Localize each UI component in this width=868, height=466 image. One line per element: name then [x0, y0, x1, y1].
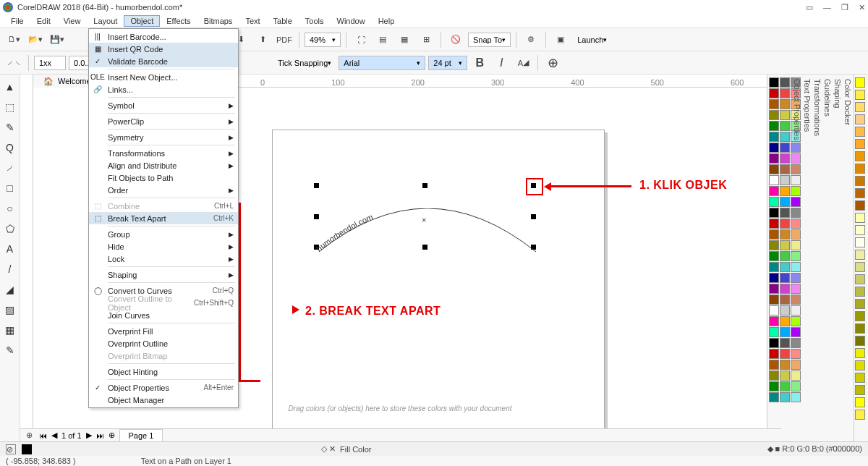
color-swatch[interactable] [769, 110, 779, 120]
page-add-after[interactable]: ⊕ [109, 431, 115, 440]
fullscreen-button[interactable]: ⛶ [352, 30, 370, 49]
color-swatch[interactable] [780, 370, 790, 381]
color-swatch[interactable] [769, 99, 779, 109]
menu-item-insert-new-object-[interactable]: OLEInsert New Object... [89, 71, 238, 83]
color-swatch[interactable] [769, 121, 779, 131]
snap-off-button[interactable]: 🚫 [446, 30, 465, 49]
color-swatch[interactable] [855, 188, 865, 198]
menu-item-symbol[interactable]: Symbol▶ [89, 99, 238, 111]
color-swatch[interactable] [769, 132, 779, 142]
tool-9[interactable]: / [2, 261, 18, 277]
menu-item-insert-barcode-[interactable]: |||Insert Barcode... [89, 30, 238, 43]
color-swatch[interactable] [855, 311, 865, 321]
tool-7[interactable]: ⬠ [2, 221, 18, 237]
italic-button[interactable]: I [492, 54, 511, 72]
menu-item-object-hinting[interactable]: Object Hinting [89, 365, 238, 378]
maximize-button[interactable]: ❐ [841, 3, 848, 12]
pdf-button[interactable]: PDF [275, 30, 294, 49]
color-swatch[interactable] [769, 88, 779, 98]
tool-3[interactable]: Q [2, 140, 18, 156]
options-button[interactable]: ⚙ [522, 30, 540, 49]
menu-item-lock[interactable]: Lock▶ [89, 253, 238, 265]
color-swatch[interactable] [780, 392, 790, 402]
add-button[interactable]: ⊕ [543, 54, 562, 72]
color-swatch[interactable] [780, 305, 790, 315]
color-swatch[interactable] [780, 208, 790, 218]
export-button[interactable]: ⬆ [253, 30, 272, 49]
color-swatch[interactable] [769, 164, 779, 174]
menu-tools[interactable]: Tools [299, 15, 331, 27]
color-swatch[interactable] [855, 77, 865, 88]
color-swatch[interactable] [769, 262, 779, 272]
dock-tab-transformations[interactable]: Transformations [813, 79, 822, 437]
color-swatch[interactable] [855, 176, 865, 186]
color-swatch[interactable] [780, 251, 790, 261]
color-swatch[interactable] [855, 373, 865, 383]
color-swatch[interactable] [855, 225, 865, 235]
color-swatch[interactable] [769, 186, 779, 196]
tool-1[interactable]: ⬚ [2, 99, 18, 115]
color-swatch[interactable] [855, 274, 865, 284]
color-swatch[interactable] [769, 305, 779, 315]
tool-6[interactable]: ○ [2, 200, 18, 216]
color-swatch[interactable] [780, 229, 790, 240]
color-swatch[interactable] [769, 392, 779, 402]
menu-item-overprint-fill[interactable]: Overprint Fill [89, 325, 238, 337]
color-swatch[interactable] [780, 240, 790, 250]
menu-layout[interactable]: Layout [87, 15, 124, 27]
color-swatch[interactable] [780, 295, 790, 305]
color-swatch[interactable] [855, 151, 865, 161]
dock-tab-text-properties[interactable]: Text Properties [803, 79, 812, 437]
menu-object[interactable]: Object [124, 15, 160, 27]
dock-tab-guidelines[interactable]: Guidelines [823, 79, 832, 437]
tool-8[interactable]: A [2, 241, 18, 257]
tool-12[interactable]: ▦ [2, 322, 18, 338]
color-swatch[interactable] [780, 262, 790, 272]
black-swatch[interactable] [22, 444, 32, 454]
selection-handle[interactable] [422, 245, 427, 250]
color-swatch[interactable] [780, 338, 790, 348]
menu-item-join-curves[interactable]: Join Curves [89, 309, 238, 321]
tool-5[interactable]: □ [2, 180, 18, 196]
color-swatch[interactable] [780, 349, 790, 359]
menu-item-object-properties[interactable]: ✓Object PropertiesAlt+Enter [89, 381, 238, 394]
menu-view[interactable]: View [57, 15, 88, 27]
color-swatch[interactable] [855, 299, 865, 309]
color-swatch[interactable] [769, 381, 779, 391]
color-swatch[interactable] [780, 77, 790, 88]
color-swatch[interactable] [855, 250, 865, 260]
color-swatch[interactable] [780, 121, 790, 131]
color-swatch[interactable] [769, 316, 779, 326]
color-swatch[interactable] [855, 213, 865, 223]
color-swatch[interactable] [769, 197, 779, 207]
menu-item-object-manager[interactable]: Object Manager [89, 394, 238, 406]
color-swatch[interactable] [769, 273, 779, 283]
char-fx-button[interactable]: A◢ [514, 54, 532, 72]
tool-13[interactable]: ✎ [2, 342, 18, 358]
menu-item-hide[interactable]: Hide▶ [89, 240, 238, 253]
selection-handle[interactable] [314, 183, 319, 188]
menu-effects[interactable]: Effects [160, 15, 197, 27]
color-swatch[interactable] [855, 360, 865, 370]
menu-item-transformations[interactable]: Transformations▶ [89, 147, 238, 159]
menu-item-symmetry[interactable]: Symmetry▶ [89, 131, 238, 143]
color-swatch[interactable] [855, 127, 865, 137]
menu-item-powerclip[interactable]: PowerClip▶ [89, 115, 238, 127]
color-swatch[interactable] [769, 229, 779, 240]
color-swatch[interactable] [780, 88, 790, 98]
color-swatch[interactable] [855, 348, 865, 358]
color-swatch[interactable] [780, 381, 790, 391]
color-swatch[interactable] [780, 316, 790, 326]
menu-edit[interactable]: Edit [30, 15, 57, 27]
color-swatch[interactable] [769, 175, 779, 185]
color-swatch[interactable] [780, 186, 790, 196]
color-palette-2[interactable] [854, 75, 868, 441]
color-swatch[interactable] [780, 284, 790, 294]
page-nav-prev[interactable]: ◀ [51, 431, 57, 440]
menu-item-shaping[interactable]: Shaping▶ [89, 268, 238, 281]
guides-button[interactable]: ⊞ [417, 30, 435, 49]
color-swatch[interactable] [769, 349, 779, 359]
color-swatch[interactable] [780, 360, 790, 370]
dock-tab-color-docker[interactable]: Color Docker [843, 79, 852, 437]
tool-0[interactable]: ▲ [2, 79, 18, 95]
